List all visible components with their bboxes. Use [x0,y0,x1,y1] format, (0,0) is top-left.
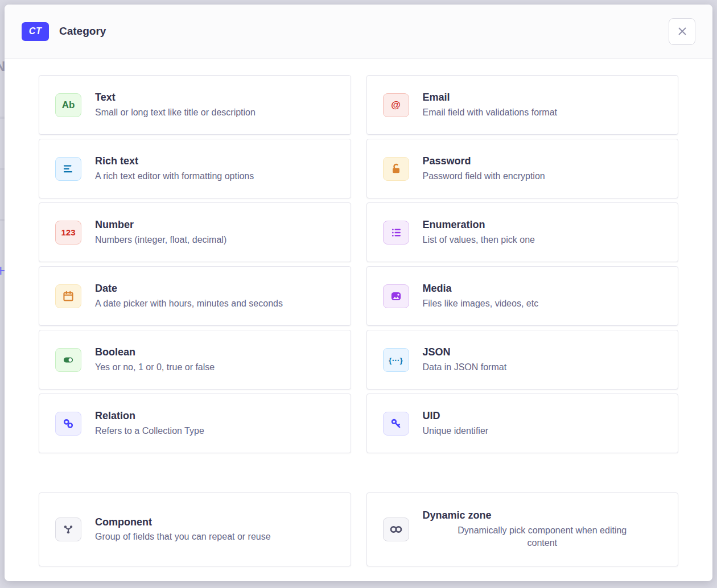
field-grid: Ab Text Small or long text like title or… [39,75,678,453]
field-description: A date picker with hours, minutes and se… [95,297,335,310]
field-description: Password field with encryption [423,170,662,183]
field-title: Relation [95,409,335,423]
field-description: Numbers (integer, float, decimal) [95,234,335,246]
chain-link-icon [55,412,81,436]
field-description: Files like images, videos, etc [423,297,662,310]
field-card-uid[interactable]: UID Unique identifier [366,394,679,453]
close-icon [676,25,689,38]
field-title: Password [423,155,662,168]
field-title: Component [95,516,335,529]
email-at-icon: @ [383,93,409,117]
rich-text-lines-icon [55,157,81,181]
field-description: List of values, then pick one [423,234,662,246]
backdrop-row-edge [0,219,5,221]
field-card-password[interactable]: Password Password field with encryption [366,139,679,198]
field-description: Data in JSON format [423,361,662,374]
field-title: Email [423,91,662,104]
backdrop-row-edge [0,168,5,170]
field-title: Rich text [95,155,335,168]
field-description: Refers to a Collection Type [95,425,335,437]
component-nodes-icon [55,517,81,541]
field-description: Group of fields that you can repeat or r… [95,531,335,543]
backdrop-row-edge [0,117,5,119]
bullet-list-icon [383,221,409,245]
json-braces-icon: {⋯} [383,348,409,372]
field-title: Enumeration [423,218,662,231]
field-description: Dynamically pick component when editing … [446,524,639,550]
text-ab-icon: Ab [55,93,81,117]
calendar-icon [55,284,81,308]
field-card-email[interactable]: @ Email Email field with validations for… [366,75,679,135]
field-title: Dynamic zone [423,509,662,522]
advanced-field-grid: Component Group of fields that you can r… [39,492,678,566]
field-card-json[interactable]: {⋯} JSON Data in JSON format [366,330,679,390]
field-title: Text [95,91,335,104]
field-description: Small or long text like title or descrip… [95,106,335,119]
field-card-media[interactable]: Media Files like images, videos, etc [366,266,679,326]
modal-title: Category [59,25,106,38]
field-card-relation[interactable]: Relation Refers to a Collection Type [39,394,351,453]
field-title: Date [95,282,335,295]
field-card-date[interactable]: Date A date picker with hours, minutes a… [39,266,351,326]
field-title: UID [423,409,662,423]
field-card-dynamic-zone[interactable]: Dynamic zone Dynamically pick component … [366,492,679,566]
field-description: Email field with validations format [423,106,662,119]
field-title: JSON [423,346,662,359]
modal-header: CT Category [5,5,712,59]
collection-type-badge: CT [22,22,49,41]
toggle-icon [55,348,81,372]
field-description: A rich text editor with formatting optio… [95,170,335,183]
number-123-icon: 123 [55,221,81,245]
field-title: Boolean [95,346,335,359]
field-card-component[interactable]: Component Group of fields that you can r… [39,492,351,566]
field-card-rich-text[interactable]: Rich text A rich text editor with format… [39,139,351,198]
picture-icon [383,284,409,308]
select-field-modal: CT Category Ab Text Small or long text l… [5,5,712,581]
field-card-number[interactable]: 123 Number Numbers (integer, float, deci… [39,202,351,262]
field-card-boolean[interactable]: Boolean Yes or no, 1 or 0, true or false [39,330,351,390]
field-title: Number [95,218,335,231]
field-type-list: Ab Text Small or long text like title or… [5,59,712,581]
key-icon [383,412,409,436]
field-card-text[interactable]: Ab Text Small or long text like title or… [39,75,351,135]
field-description: Unique identifier [423,425,662,437]
field-card-enumeration[interactable]: Enumeration List of values, then pick on… [366,202,679,262]
lock-icon [383,157,409,181]
field-description: Yes or no, 1 or 0, true or false [95,361,335,374]
field-title: Media [423,282,662,295]
infinity-icon [383,517,409,541]
close-button[interactable] [669,18,695,45]
